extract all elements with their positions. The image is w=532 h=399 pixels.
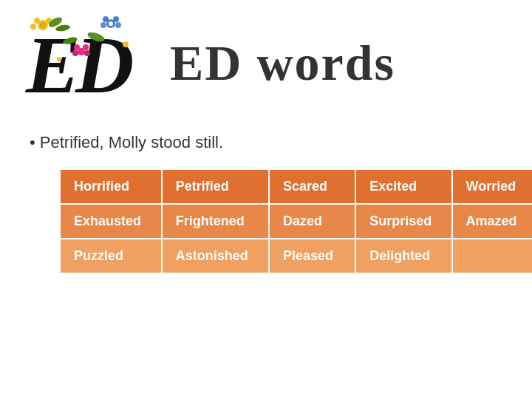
svg-text:E: E: [25, 20, 80, 110]
table-cell: Worried: [452, 169, 532, 204]
page-title: ED words: [170, 34, 395, 92]
table-cell: [452, 239, 532, 273]
svg-point-13: [115, 22, 121, 28]
svg-point-6: [40, 22, 46, 28]
table-cell: Horrified: [60, 169, 162, 204]
table-cell: Exhausted: [60, 204, 162, 239]
table-row: HorrifiedPetrifiedScaredExcitedWorried: [60, 169, 532, 204]
svg-point-10: [103, 16, 109, 22]
header: E D: [22, 15, 510, 111]
svg-point-16: [74, 44, 80, 50]
table-cell: Excited: [355, 169, 451, 204]
svg-point-5: [30, 24, 36, 30]
table-cell: Amazed: [452, 204, 532, 239]
word-table: HorrifiedPetrifiedScaredExcitedWorriedEx…: [59, 168, 532, 274]
table-row: ExhaustedFrightenedDazedSurprisedAmazed: [60, 204, 532, 239]
table-cell: Dazed: [269, 204, 355, 239]
svg-point-18: [72, 50, 78, 56]
svg-point-11: [113, 16, 119, 22]
table-cell: Frightened: [162, 204, 269, 239]
subtitle-text: Petrified, Molly stood still.: [30, 133, 510, 152]
table-cell: Scared: [269, 169, 355, 204]
svg-point-22: [123, 41, 129, 47]
svg-point-17: [83, 44, 89, 50]
ed-logo: E D: [22, 15, 140, 111]
table-cell: Pleased: [269, 239, 355, 273]
table-cell: Puzzled: [60, 239, 162, 273]
table-cell: Delighted: [355, 239, 451, 273]
svg-point-23: [57, 57, 61, 61]
table-row: PuzzledAstonishedPleasedDelighted: [60, 239, 532, 273]
svg-text:D: D: [75, 20, 134, 110]
svg-point-12: [100, 22, 106, 28]
page: E D: [0, 0, 532, 399]
svg-point-19: [84, 50, 90, 56]
svg-point-3: [34, 18, 40, 24]
table-cell: Surprised: [355, 204, 451, 239]
table-cell: Petrified: [162, 169, 269, 204]
svg-point-14: [109, 21, 113, 26]
table-cell: Astonished: [162, 239, 269, 273]
